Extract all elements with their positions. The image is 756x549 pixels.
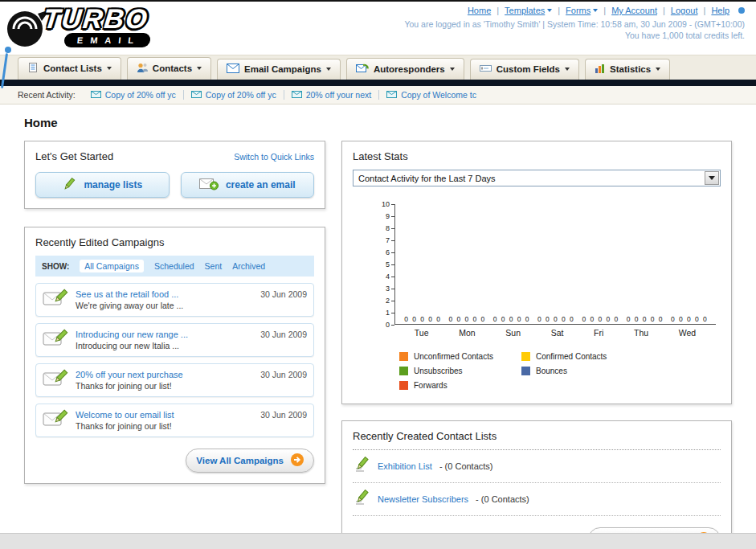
recent-activity-link[interactable]: 20% off your next bbox=[284, 90, 380, 100]
bar-value-label: 0 bbox=[590, 315, 594, 323]
campaign-title-link[interactable]: 20% off your next purchase bbox=[76, 370, 253, 379]
contact-list-link[interactable]: Exhibition List bbox=[378, 461, 432, 471]
legend-swatch bbox=[399, 367, 408, 375]
chevron-down-icon bbox=[656, 68, 660, 71]
page: TURBO EMAIL Home| Templates| Forms| My A… bbox=[0, 0, 756, 549]
tab-autoresponders[interactable]: Autoresponders bbox=[346, 58, 464, 80]
tab-custom-fields[interactable]: Custom Fields bbox=[470, 59, 579, 80]
bar-value-label: 0 bbox=[481, 315, 485, 323]
contact-list-link[interactable]: Newsletter Subscribers bbox=[378, 494, 468, 504]
recent-activity-text: Copy of 20% off yc bbox=[105, 90, 176, 100]
recent-activity-link[interactable]: Copy of 20% off yc bbox=[84, 90, 184, 100]
custom-fields-icon bbox=[480, 64, 492, 75]
envelope-icon bbox=[292, 90, 302, 100]
view-all-campaigns-button[interactable]: View All Campaigns bbox=[186, 449, 314, 473]
filter-sent[interactable]: Sent bbox=[205, 261, 223, 271]
bar-value-label: 0 bbox=[598, 315, 602, 323]
chevron-down-icon bbox=[326, 68, 331, 71]
campaign-subtitle: Thanks for joining our list! bbox=[76, 421, 253, 431]
manage-lists-button[interactable]: manage lists bbox=[35, 172, 170, 198]
switch-quick-links[interactable]: Switch to Quick Links bbox=[234, 152, 314, 162]
nav-templates-link[interactable]: Templates bbox=[499, 6, 558, 15]
tab-contact-lists[interactable]: Contact Lists bbox=[18, 57, 121, 80]
chevron-down-icon bbox=[593, 9, 598, 12]
bottom-strip bbox=[0, 533, 756, 549]
contact-list-row[interactable]: Exhibition List - (0 Contacts) bbox=[353, 450, 721, 483]
bar-group: 00000 bbox=[668, 315, 709, 324]
nav-templates-label: Templates bbox=[505, 6, 545, 15]
stats-period-select[interactable]: Contact Activity for the Last 7 Days bbox=[353, 170, 721, 186]
campaign-date: 30 Jun 2009 bbox=[260, 410, 307, 420]
stats-period-value: Contact Activity for the Last 7 Days bbox=[358, 174, 496, 183]
bar-value-label: 0 bbox=[517, 315, 521, 323]
x-axis-label: Thu bbox=[634, 328, 648, 338]
chart-groups: 00000000000000000000000000000000000 bbox=[395, 204, 716, 324]
bar-value-label: 0 bbox=[457, 315, 461, 323]
nav-help-link[interactable]: Help bbox=[705, 6, 735, 15]
nav-home-link[interactable]: Home bbox=[462, 6, 497, 15]
campaigns-filter-bar: SHOW: All Campaigns Scheduled Sent Archi… bbox=[35, 256, 314, 277]
filter-scheduled[interactable]: Scheduled bbox=[154, 261, 194, 271]
create-email-label: create an email bbox=[226, 179, 296, 191]
campaign-subtitle: Introducing our new Italia ... bbox=[76, 341, 253, 350]
campaign-title-link[interactable]: See us at the retail food ... bbox=[76, 289, 253, 299]
turbo-email-logo: TURBO EMAIL bbox=[5, 5, 150, 53]
chart-yaxis: 109876543210 bbox=[375, 204, 394, 325]
pencil-icon bbox=[62, 177, 76, 194]
tab-statistics[interactable]: Statistics bbox=[585, 59, 670, 80]
manage-lists-label: manage lists bbox=[84, 179, 142, 191]
x-axis-label: Fri bbox=[594, 328, 603, 338]
filter-archived[interactable]: Archived bbox=[232, 261, 265, 271]
contact-list-row[interactable]: Newsletter Subscribers - (0 Contacts) bbox=[353, 483, 721, 516]
campaign-row[interactable]: Introducing our new range ... Introducin… bbox=[35, 323, 314, 357]
bar-value-label: 0 bbox=[501, 315, 505, 323]
create-email-button[interactable]: create an email bbox=[181, 172, 315, 198]
dark-divider-bar bbox=[0, 80, 756, 86]
tab-label: Statistics bbox=[610, 64, 651, 74]
legend-label: Confirmed Contacts bbox=[536, 352, 607, 361]
recent-activity-link[interactable]: Copy of 20% off yc bbox=[184, 90, 284, 100]
bar-value-label: 0 bbox=[671, 315, 675, 323]
recent-activity-text: 20% off your next bbox=[306, 90, 372, 100]
latest-stats-title: Latest Stats bbox=[353, 150, 721, 162]
left-column: Let's Get Started Switch to Quick Links … bbox=[24, 141, 325, 484]
campaign-title-link[interactable]: Introducing our new range ... bbox=[76, 330, 253, 339]
nav-forms-link[interactable]: Forms bbox=[560, 6, 603, 15]
filter-all-campaigns[interactable]: All Campaigns bbox=[80, 260, 144, 272]
recently-created-contact-lists-panel: Recently Created Contact Lists Exhibitio… bbox=[341, 420, 732, 549]
envelope-icon bbox=[386, 90, 397, 100]
campaign-row[interactable]: See us at the retail food ... We're givi… bbox=[35, 283, 314, 317]
nav-logout-link[interactable]: Logout bbox=[665, 6, 704, 15]
bar-value-label: 0 bbox=[546, 315, 550, 323]
tab-contacts[interactable]: Contacts bbox=[127, 57, 211, 80]
bar-value-label: 0 bbox=[614, 315, 618, 323]
campaign-date: 30 Jun 2009 bbox=[260, 289, 307, 299]
chevron-down-icon bbox=[107, 67, 112, 70]
main-nav-tabbar: Contact Lists Contacts Email Campaigns A… bbox=[0, 55, 756, 80]
bar-value-label: 0 bbox=[509, 315, 513, 323]
bar-value-label: 0 bbox=[525, 315, 529, 323]
x-axis-label: Wed bbox=[679, 328, 696, 338]
recent-activity-link[interactable]: Copy of Welcome tc bbox=[379, 90, 484, 100]
tab-label: Custom Fields bbox=[497, 64, 560, 74]
campaign-title-link[interactable]: Welcome to our email list bbox=[76, 410, 253, 420]
page-title: Home bbox=[24, 116, 732, 129]
legend-item: Unconfirmed Contacts bbox=[399, 352, 521, 361]
bar-value-label: 0 bbox=[651, 315, 655, 323]
header-right: Home| Templates| Forms| My Account| Logo… bbox=[404, 6, 745, 40]
campaign-row[interactable]: 20% off your next purchase Thanks for jo… bbox=[35, 363, 314, 397]
bar-value-label: 0 bbox=[635, 315, 639, 323]
statistics-icon bbox=[595, 64, 605, 75]
legend-item: Forwards bbox=[399, 381, 521, 390]
bar-group: 00000 bbox=[447, 315, 487, 324]
legend-swatch bbox=[399, 352, 408, 361]
chevron-down-icon bbox=[565, 68, 570, 71]
email-campaigns-icon bbox=[227, 64, 239, 75]
tab-label: Contacts bbox=[153, 64, 192, 73]
envelope-pencil-icon bbox=[43, 328, 68, 352]
legend-label: Forwards bbox=[414, 381, 447, 390]
tab-email-campaigns[interactable]: Email Campaigns bbox=[217, 59, 341, 80]
campaign-subtitle: We're giving away our late ... bbox=[76, 301, 253, 310]
campaign-row[interactable]: Welcome to our email list Thanks for joi… bbox=[35, 404, 314, 437]
nav-my-account-link[interactable]: My Account bbox=[606, 6, 663, 15]
